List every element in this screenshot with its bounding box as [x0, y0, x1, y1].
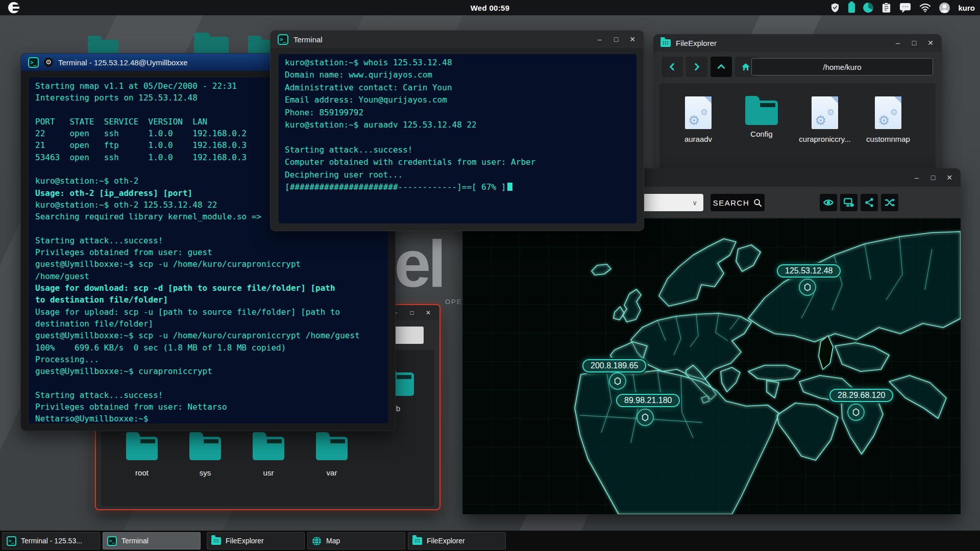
- folder-label: root: [126, 468, 158, 477]
- folder-item[interactable]: root: [126, 437, 158, 477]
- terminal-line: Phone: 859199792: [285, 107, 630, 119]
- address-bar[interactable]: /home/kuro: [751, 58, 933, 76]
- taskbar: >_ Terminal - 125.53... >_ Terminal >_ F…: [0, 531, 980, 551]
- username: kuro: [958, 4, 975, 12]
- shuffle-icon: [884, 197, 895, 208]
- search-icon: [753, 198, 762, 207]
- clipboard-icon[interactable]: [881, 2, 891, 13]
- remote-connect-button[interactable]: [840, 194, 857, 211]
- map-pin-icon[interactable]: [799, 279, 816, 296]
- terminal-line: to destination file/folder]: [35, 294, 382, 306]
- window-title: Terminal: [293, 35, 323, 44]
- forward-button[interactable]: [686, 57, 707, 77]
- terminal-line: Privileges obtained from user: guest: [35, 246, 382, 258]
- folder-item[interactable]: var: [316, 437, 348, 477]
- folder-label: usr: [253, 468, 284, 477]
- shield-check-icon[interactable]: [830, 2, 840, 13]
- map-pin-icon[interactable]: [636, 409, 654, 426]
- map-pin-icon[interactable]: [847, 404, 865, 421]
- close-icon[interactable]: ✕: [628, 36, 636, 43]
- map-pin-icon[interactable]: [609, 372, 626, 390]
- taskbar-item-label: FileExplorer: [226, 537, 264, 545]
- watermark-text: el: [394, 231, 443, 297]
- back-button[interactable]: [662, 57, 683, 77]
- terminal-line: Usage for upload: scp -u [path to source…: [35, 306, 382, 318]
- user-avatar[interactable]: [939, 3, 950, 13]
- wifi-icon[interactable]: [919, 3, 931, 12]
- gear-glyph: ⚙: [688, 114, 700, 127]
- terminal-output[interactable]: kuro@station:~$ whois 125.53.12.48Domain…: [279, 54, 636, 223]
- os-logo-watermark: el OPER: [394, 231, 443, 297]
- terminal-line: Domain name: www.qurijayos.com: [285, 69, 630, 81]
- battery-icon[interactable]: [848, 3, 855, 13]
- terminal-line: [35, 377, 382, 389]
- taskbar-item-label: Map: [326, 537, 340, 545]
- folder-icon: [126, 437, 158, 460]
- terminal-icon: >_: [7, 536, 16, 546]
- folder-icon: [211, 537, 221, 545]
- terminal-line: Nettarso@Uymillboxxe:~$: [35, 413, 382, 423]
- terminal-line: Starting attack...success!: [285, 144, 630, 156]
- search-button-label: SEARCH: [713, 198, 750, 207]
- gear-glyph: ⚙: [878, 114, 890, 127]
- taskbar-item[interactable]: >_ FileExplorer: [207, 532, 305, 549]
- maximize-icon[interactable]: □: [408, 309, 416, 316]
- terminal-line: destination file/folder]: [35, 318, 382, 330]
- close-icon[interactable]: ✕: [945, 174, 953, 181]
- world-map[interactable]: 125.53.12.48 200.8.189.65 89.98.: [462, 218, 961, 514]
- taskbar-item-label: Terminal - 125.53...: [21, 537, 82, 545]
- taskbar-item[interactable]: >_ Terminal: [103, 532, 201, 549]
- file-label: Config: [730, 130, 794, 138]
- terminal-line: guest@Uymillboxxe:~$ scp -u /home/kuro/c…: [35, 330, 382, 341]
- eye-icon: [823, 197, 834, 208]
- share-nodes-icon: [864, 197, 874, 208]
- up-button[interactable]: [710, 57, 732, 77]
- minimize-icon[interactable]: –: [894, 39, 902, 46]
- search-button[interactable]: SEARCH: [710, 194, 765, 211]
- terminal-line: Starting attack...success!: [35, 235, 382, 246]
- map-ip-pill[interactable]: 28.29.68.120: [829, 389, 893, 402]
- taskbar-item[interactable]: >_ FileExplorer: [408, 532, 506, 549]
- terminal-line: Computer obtained with credentials from …: [285, 156, 630, 168]
- maximize-icon[interactable]: □: [929, 174, 937, 181]
- map-ip-pill[interactable]: 89.98.21.180: [616, 394, 680, 407]
- gear-file-icon: ⚙ ⚙: [685, 96, 712, 129]
- folder-icon: [745, 101, 778, 125]
- resource-pie-icon[interactable]: [863, 3, 873, 13]
- minimize-icon[interactable]: –: [913, 174, 921, 181]
- close-icon[interactable]: ✕: [926, 39, 935, 46]
- terminal-line: [######################------------]==[ …: [285, 181, 630, 193]
- taskbar-item[interactable]: >_ Map: [307, 532, 405, 549]
- minimize-icon[interactable]: –: [596, 36, 604, 43]
- terminal-line: Privileges obtained from user: Nettarso: [35, 401, 382, 413]
- visibility-button[interactable]: [820, 194, 837, 211]
- hexagon-icon: [803, 283, 812, 292]
- terminal-line: Processing...: [35, 354, 382, 365]
- hexagon-icon: [613, 377, 622, 386]
- chevron-right-icon: [692, 62, 701, 71]
- terminal-local-titlebar[interactable]: >_ Terminal – □ ✕: [271, 31, 644, 48]
- map-ip-pill[interactable]: 125.53.12.48: [777, 264, 841, 278]
- folder-item[interactable]: usr: [253, 437, 284, 477]
- folder-app-icon: [660, 39, 671, 47]
- taskbar-item[interactable]: >_ Terminal - 125.53...: [2, 532, 100, 549]
- chat-icon[interactable]: [899, 3, 911, 13]
- terminal-line: Deciphering user root...: [285, 169, 630, 181]
- window-terminal-local[interactable]: >_ Terminal – □ ✕ kuro@station:~$ whois …: [270, 30, 644, 231]
- file-label: curaproniccry...: [793, 135, 857, 143]
- maximize-icon[interactable]: □: [910, 39, 918, 46]
- chevron-up-icon: [717, 62, 726, 71]
- desktop: el OPER – □ ✕ b: [0, 0, 980, 551]
- shuffle-button[interactable]: [881, 194, 898, 211]
- chevron-left-icon: [668, 62, 677, 71]
- file-label: auraadv: [667, 135, 730, 143]
- folder-item[interactable]: sys: [189, 437, 221, 477]
- map-ip-pill[interactable]: 200.8.189.65: [582, 359, 646, 372]
- close-icon[interactable]: ✕: [424, 309, 432, 316]
- gear-glyph: ⚙: [815, 114, 826, 127]
- chevron-down-icon: ∨: [692, 199, 697, 207]
- gear-file-icon: ⚙ ⚙: [812, 96, 838, 129]
- share-button[interactable]: [861, 194, 878, 211]
- maximize-icon[interactable]: □: [612, 36, 620, 43]
- fileexplorer-titlebar[interactable]: FileExplorer – □ ✕: [653, 34, 942, 52]
